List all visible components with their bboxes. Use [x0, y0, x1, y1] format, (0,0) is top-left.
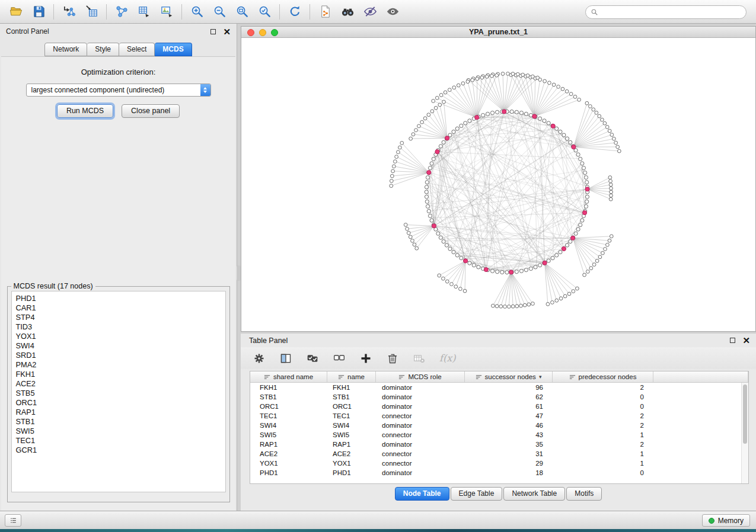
column-panel-icon — [280, 352, 292, 364]
tab-style[interactable]: Style — [87, 43, 119, 56]
mcds-result-item[interactable]: STP4 — [16, 313, 225, 322]
window-zoom-button[interactable] — [271, 29, 278, 36]
table-cell: SWI5 — [250, 430, 327, 440]
clear-table-button — [413, 352, 425, 364]
table-panel: Table Panel ✕ — [241, 334, 756, 511]
hide-selected-button[interactable] — [359, 2, 381, 21]
float-panel-icon[interactable] — [730, 338, 735, 343]
table-scrollbar[interactable] — [741, 383, 748, 483]
import-table-button[interactable] — [80, 2, 103, 21]
memory-button[interactable]: Memory — [702, 514, 750, 527]
tab-select[interactable]: Select — [119, 43, 155, 56]
table-row[interactable]: PHD1PHD1dominator180 — [250, 468, 748, 477]
mcds-result-item[interactable]: SRD1 — [16, 351, 225, 360]
toolbar-separator — [279, 4, 280, 20]
mcds-result-list[interactable]: PHD1CAR1STP4TID3YOX1SWI4SRD1PMA2FKH1ACE2… — [11, 291, 226, 492]
table-row[interactable]: TEC1TEC1connector472 — [250, 411, 748, 421]
scrollbar-thumb[interactable] — [743, 384, 747, 444]
table-row[interactable]: FKH1FKH1dominator962 — [250, 383, 748, 392]
table-row[interactable]: SWI4SWI4dominator462 — [250, 421, 748, 430]
tab-node-table[interactable]: Node Table — [395, 487, 449, 501]
column-header-predecessor-nodes[interactable]: predecessor nodes — [553, 371, 653, 382]
tab-network-table[interactable]: Network Table — [503, 487, 565, 501]
function-builder-button: f(x) — [439, 352, 455, 364]
network-window-titlebar[interactable]: YPA_prune.txt_1 — [241, 27, 755, 38]
table-cell: ORC1 — [327, 402, 376, 411]
search-input[interactable] — [601, 8, 741, 17]
mcds-result-item[interactable]: STB1 — [16, 417, 225, 427]
delete-column-button[interactable] — [386, 352, 398, 364]
table-cell: 18 — [465, 468, 553, 477]
mcds-result-item[interactable]: SWI5 — [16, 427, 225, 436]
export-table-button[interactable] — [133, 2, 155, 21]
add-column-button[interactable] — [359, 352, 372, 364]
find-button[interactable] — [336, 2, 359, 21]
table-row[interactable]: STB1STB1dominator620 — [250, 392, 748, 402]
tab-network[interactable]: Network — [44, 43, 87, 56]
mcds-result-item[interactable]: YOX1 — [16, 332, 225, 341]
column-header-successor-nodes[interactable]: successor nodes▾ — [465, 371, 553, 382]
show-columns-button[interactable] — [279, 352, 292, 364]
sort-icon — [569, 374, 576, 380]
status-bar: Memory — [0, 511, 756, 529]
import-network-button[interactable] — [58, 2, 80, 21]
run-mcds-button[interactable]: Run MCDS — [57, 104, 113, 118]
mcds-result-item[interactable]: CAR1 — [16, 303, 225, 313]
float-panel-icon[interactable] — [210, 29, 216, 34]
zoom-fit-button[interactable] — [231, 2, 253, 21]
column-header-MCDS-role[interactable]: MCDS role — [376, 371, 465, 382]
close-panel-icon[interactable]: ✕ — [742, 336, 750, 345]
table-cell: 35 — [465, 440, 553, 449]
table-settings-button[interactable] — [253, 352, 265, 364]
mcds-result-item[interactable]: STB5 — [16, 389, 225, 398]
tab-edge-table[interactable]: Edge Table — [451, 487, 503, 501]
application-window: Control Panel ✕ NetworkStyleSelectMCDS O… — [0, 0, 756, 532]
criterion-dropdown[interactable]: largest connected component (undirected) — [26, 84, 211, 97]
mcds-result-item[interactable]: ACE2 — [16, 379, 225, 389]
new-network-button[interactable] — [110, 2, 133, 21]
table-cell: 96 — [465, 383, 553, 392]
network-window: YPA_prune.txt_1 — [241, 26, 756, 332]
tab-mcds[interactable]: MCDS — [155, 43, 192, 56]
column-header-shared-name[interactable]: shared name — [250, 371, 327, 382]
zoom-in-button[interactable] — [186, 2, 208, 21]
zoom-selected-button[interactable] — [253, 2, 276, 21]
open-file-button[interactable] — [5, 2, 27, 21]
network-canvas[interactable] — [241, 38, 755, 331]
task-history-button[interactable] — [5, 514, 21, 527]
mcds-result-item[interactable]: SWI4 — [16, 341, 225, 351]
mcds-result-item[interactable]: TID3 — [16, 322, 225, 332]
mcds-result-item[interactable]: PMA2 — [16, 360, 225, 370]
toolbar-separator — [106, 4, 107, 20]
mcds-result-item[interactable]: FKH1 — [16, 370, 225, 379]
close-panel-icon[interactable]: ✕ — [223, 27, 231, 36]
mcds-result-item[interactable]: TEC1 — [16, 436, 225, 446]
import-table-icon — [85, 5, 98, 18]
panel-splitter-handle[interactable] — [237, 265, 241, 281]
tab-motifs[interactable]: Motifs — [566, 487, 602, 501]
select-all-button[interactable] — [306, 352, 318, 364]
mcds-result-item[interactable]: PHD1 — [16, 294, 225, 303]
save-session-button[interactable] — [27, 2, 50, 21]
table-row[interactable]: RAP1RAP1dominator352 — [250, 440, 748, 449]
show-all-button[interactable] — [381, 2, 404, 21]
close-panel-button[interactable]: Close panel — [122, 104, 180, 118]
table-row[interactable]: SWI5SWI5connector431 — [250, 430, 748, 440]
zoom-out-button[interactable] — [208, 2, 231, 21]
window-close-button[interactable] — [247, 29, 254, 36]
table-row[interactable]: YOX1YOX1connector291 — [250, 459, 748, 468]
eye-icon — [386, 5, 400, 18]
unselect-all-button[interactable] — [333, 352, 345, 364]
network-annotation-button[interactable] — [314, 2, 336, 21]
table-row[interactable]: ACE2ACE2connector311 — [250, 449, 748, 459]
mcds-result-item[interactable]: GCR1 — [16, 446, 225, 455]
mcds-result-item[interactable]: RAP1 — [16, 408, 225, 417]
table-cell: 1 — [553, 449, 653, 459]
mcds-result-item[interactable]: ORC1 — [16, 398, 225, 408]
column-header-name[interactable]: name — [327, 371, 376, 382]
table-cell: 2 — [553, 440, 653, 449]
export-image-button[interactable] — [155, 2, 178, 21]
window-minimize-button[interactable] — [259, 29, 266, 36]
table-row[interactable]: ORC1ORC1dominator610 — [250, 402, 748, 411]
refresh-button[interactable] — [283, 2, 306, 21]
